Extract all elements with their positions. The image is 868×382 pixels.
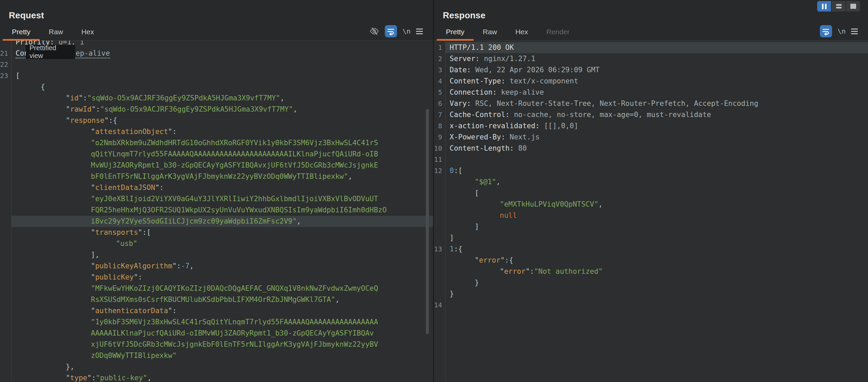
code-line: } bbox=[434, 288, 868, 300]
rows-layout-button[interactable] bbox=[832, 1, 846, 12]
line-number: 10 bbox=[434, 143, 445, 154]
tab-raw[interactable]: Raw bbox=[474, 24, 506, 41]
code-line: "$@1", bbox=[434, 176, 868, 188]
rows-layout-icon bbox=[836, 4, 842, 8]
line-number bbox=[0, 350, 11, 361]
line-number bbox=[0, 373, 11, 382]
line-number: 7 bbox=[434, 109, 445, 120]
layout-toggle-group bbox=[817, 1, 860, 12]
code-line: MvWUj3ZAORyRpmt1_b30-zGpQECAyYgASFYIBQAv… bbox=[0, 160, 433, 171]
response-panel: Response PrettyRawHexRender \n 1HTTP/1.1… bbox=[434, 0, 868, 382]
line-number bbox=[434, 266, 445, 277]
code-line: RsXSUSdMXms0sCsrfKBUCMUlubKSdbPbbLIFXM4O… bbox=[0, 294, 433, 305]
code-line: FQR25heHhxMjQ3OFR2SUQ1WkpUX2syUnVuVuYWxu… bbox=[0, 205, 433, 216]
single-layout-button[interactable] bbox=[846, 1, 860, 12]
line-number: 2 bbox=[434, 53, 445, 64]
request-toolbar: \n bbox=[369, 25, 423, 37]
line-number bbox=[434, 232, 445, 244]
tab-pretty[interactable]: Pretty bbox=[3, 24, 40, 41]
tab-pretty[interactable]: Pretty bbox=[437, 24, 474, 41]
line-number bbox=[0, 328, 11, 339]
line-number bbox=[0, 104, 11, 115]
response-toolbar: \n bbox=[820, 25, 858, 37]
line-number: 9 bbox=[434, 132, 445, 143]
line-number bbox=[434, 221, 445, 232]
editor-menu-icon[interactable] bbox=[851, 28, 858, 34]
code-line: "authenticatorData": bbox=[0, 305, 433, 317]
columns-layout-button[interactable] bbox=[817, 1, 831, 12]
code-line: 23[ bbox=[0, 70, 433, 81]
line-number bbox=[0, 283, 11, 294]
code-line: xjUF6tVfJ5DcGRb3cMWcJsjgnkEbF0lEnTF5rNLI… bbox=[0, 339, 433, 350]
code-line: "transports":[ bbox=[0, 227, 433, 238]
code-line: } bbox=[434, 277, 868, 288]
request-panel: Request PrettyRawHex \n bbox=[0, 0, 433, 382]
line-number bbox=[0, 149, 11, 160]
code-line: 6Vary: RSC, Next-Router-State-Tree, Next… bbox=[434, 98, 868, 109]
line-number bbox=[0, 294, 11, 305]
line-number bbox=[0, 193, 11, 205]
code-line: "publicKey": bbox=[0, 272, 433, 283]
line-number: 13 bbox=[434, 244, 445, 255]
line-number bbox=[434, 176, 445, 188]
tab-hex[interactable]: Hex bbox=[506, 24, 537, 41]
line-number bbox=[0, 115, 11, 126]
line-number bbox=[0, 81, 11, 93]
code-line: { bbox=[0, 81, 433, 93]
code-line: 7Cache-Control: no-cache, no-store, max-… bbox=[434, 109, 868, 120]
word-wrap-toggle[interactable] bbox=[820, 25, 832, 37]
line-number bbox=[434, 188, 445, 199]
code-line: "rawId":"sqWdo-O5x9ACJRF36ggEy9ZSPdkA5HJ… bbox=[0, 104, 433, 115]
code-line: "error":{ bbox=[434, 255, 868, 266]
code-line: "MFkwEwYHKoZIzj0CAQYIKoZIzj0DAQcDQgAEFAC… bbox=[0, 283, 433, 294]
code-line: AAAAAILKlnaPjucfQAiURd-oIBMvWUj3ZAORyRpm… bbox=[0, 328, 433, 339]
code-line: "response":{ bbox=[0, 115, 433, 126]
code-line: zODq0WWyTTIBlipexkw" bbox=[0, 350, 433, 361]
response-header: Response PrettyRawHexRender \n bbox=[434, 0, 868, 41]
line-number bbox=[0, 272, 11, 283]
word-wrap-toggle[interactable] bbox=[385, 25, 397, 37]
code-line: "1y0kbF3SM6Vjz3BxHwSL4C41rSqQitYLnqmT7rl… bbox=[0, 317, 433, 328]
line-number bbox=[0, 137, 11, 149]
line-number bbox=[434, 277, 445, 288]
code-line: "usb" bbox=[0, 238, 433, 249]
code-line: "eMXTkHuLPViqV0QpNTSCV", bbox=[434, 199, 868, 210]
response-editor[interactable]: 1HTTP/1.1 200 OK2Server: nginx/1.27.13Da… bbox=[434, 41, 868, 382]
code-line: 8x-action-revalidated: [[],0,0] bbox=[434, 120, 868, 132]
code-line: "o2NmbXRkbm9uZWdhdHRTdG10oGhhdXRoRGF0YVi… bbox=[0, 137, 433, 149]
editor-menu-icon[interactable] bbox=[416, 28, 423, 34]
line-number bbox=[0, 160, 11, 171]
code-line: 9X-Powered-By: Next.js bbox=[434, 132, 868, 143]
line-number: 4 bbox=[434, 76, 445, 87]
code-line: 14 bbox=[434, 300, 868, 311]
line-number: 22 bbox=[0, 59, 11, 70]
hide-matching-icon[interactable] bbox=[369, 26, 379, 36]
request-scrollbar-thumb[interactable] bbox=[426, 109, 429, 334]
tab-raw[interactable]: Raw bbox=[40, 24, 72, 41]
line-number bbox=[0, 205, 11, 216]
tab-hex[interactable]: Hex bbox=[72, 24, 103, 41]
line-number bbox=[0, 93, 11, 104]
line-number: 5 bbox=[434, 87, 445, 98]
code-line: ], bbox=[0, 249, 433, 261]
line-number: 6 bbox=[434, 98, 445, 109]
line-number bbox=[434, 210, 445, 221]
line-number: 3 bbox=[434, 64, 445, 76]
request-editor[interactable]: Prettified view Priority: u=1, i21Connec… bbox=[0, 41, 433, 382]
line-number bbox=[0, 238, 11, 249]
single-layout-icon bbox=[850, 4, 856, 9]
code-line: "type":"public-key", bbox=[0, 373, 433, 382]
line-number: 14 bbox=[434, 300, 445, 311]
line-number bbox=[0, 317, 11, 328]
show-newlines-icon[interactable]: \n bbox=[402, 27, 411, 35]
tab-render: Render bbox=[537, 24, 579, 41]
line-number: 21 bbox=[0, 48, 11, 59]
line-number bbox=[0, 305, 11, 317]
code-line: "clientDataJSON": bbox=[0, 182, 433, 193]
line-number bbox=[0, 339, 11, 350]
line-number bbox=[0, 216, 11, 227]
line-number bbox=[0, 249, 11, 261]
request-title: Request bbox=[9, 10, 44, 21]
show-newlines-icon[interactable]: \n bbox=[837, 27, 846, 35]
code-line: "attestationObject": bbox=[0, 126, 433, 137]
